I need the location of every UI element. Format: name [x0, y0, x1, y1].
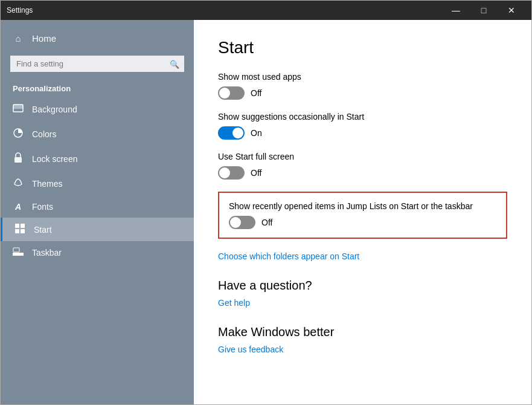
sidebar-item-taskbar[interactable]: Taskbar [1, 241, 194, 264]
most-used-apps-state: Off [251, 88, 261, 98]
colors-icon [13, 128, 24, 140]
sidebar-item-start[interactable]: Start [1, 218, 194, 241]
full-screen-label: Use Start full screen [218, 152, 507, 161]
suggestions-toggle[interactable] [218, 126, 245, 140]
suggestions-label: Show suggestions occasionally in Start [218, 112, 507, 122]
sidebar-item-lock-screen[interactable]: Lock screen [1, 146, 194, 171]
search-input[interactable] [10, 56, 184, 72]
titlebar: Settings — □ ✕ [1, 1, 531, 20]
svg-rect-7 [21, 229, 25, 233]
lock-icon [13, 152, 24, 165]
get-help-link[interactable]: Get help [218, 298, 250, 308]
sidebar-item-fonts[interactable]: A Fonts [1, 196, 194, 218]
start-icon [14, 224, 25, 235]
fonts-label: Fonts [32, 202, 53, 212]
svg-rect-4 [15, 224, 19, 228]
main-content: Start Show most used apps Off Show sugge… [194, 20, 531, 404]
sidebar-item-colors[interactable]: Colors [1, 122, 194, 146]
make-better-title: Make Windows better [218, 325, 507, 339]
titlebar-controls: — □ ✕ [442, 1, 525, 20]
search-box: 🔍 [10, 56, 184, 72]
search-icon: 🔍 [170, 59, 179, 68]
have-question-section: Have a question? Get help [218, 279, 507, 308]
taskbar-icon [13, 247, 24, 258]
start-label: Start [34, 225, 52, 235]
maximize-button[interactable]: □ [470, 1, 498, 20]
fonts-icon: A [13, 202, 24, 212]
background-icon [13, 103, 24, 115]
sidebar-item-themes[interactable]: Themes [1, 171, 194, 196]
close-button[interactable]: ✕ [498, 1, 525, 20]
setting-most-used-apps: Show most used apps Off [218, 72, 507, 100]
svg-rect-1 [13, 105, 23, 109]
setting-full-screen: Use Start full screen Off [218, 152, 507, 180]
jump-lists-toggle[interactable] [229, 216, 255, 229]
background-label: Background [32, 105, 77, 114]
home-nav-item[interactable]: ⌂ Home [1, 26, 194, 51]
toggle-thumb [219, 88, 230, 99]
titlebar-title: Settings [7, 6, 33, 15]
suggestions-state: On [251, 128, 262, 138]
setting-jump-lists-highlighted: Show recently opened items in Jump Lists… [218, 192, 507, 239]
toggle-thumb-fs [219, 167, 230, 178]
colors-label: Colors [32, 129, 56, 139]
most-used-apps-toggle[interactable] [218, 86, 245, 100]
feedback-link[interactable]: Give us feedback [218, 345, 283, 354]
lock-screen-label: Lock screen [32, 154, 77, 164]
sidebar: ⌂ Home 🔍 Personalization Background [1, 20, 194, 404]
svg-rect-8 [13, 253, 24, 256]
full-screen-toggle[interactable] [218, 166, 245, 180]
home-icon: ⌂ [13, 33, 24, 44]
folders-link[interactable]: Choose which folders appear on Start [218, 251, 359, 261]
taskbar-label: Taskbar [32, 248, 62, 258]
themes-label: Themes [32, 179, 63, 189]
sidebar-section-title: Personalization [1, 77, 194, 97]
have-question-title: Have a question? [218, 279, 507, 293]
jump-lists-state: Off [261, 218, 272, 227]
make-better-section: Make Windows better Give us feedback [218, 325, 507, 355]
svg-rect-9 [13, 248, 19, 252]
page-title: Start [218, 38, 507, 57]
svg-rect-5 [21, 224, 25, 228]
setting-suggestions: Show suggestions occasionally in Start O… [218, 112, 507, 140]
themes-icon [13, 177, 24, 190]
most-used-apps-label: Show most used apps [218, 72, 507, 82]
toggle-thumb-jl [230, 217, 241, 228]
svg-rect-6 [15, 229, 19, 233]
jump-lists-label: Show recently opened items in Jump Lists… [229, 201, 496, 211]
svg-rect-3 [14, 157, 22, 163]
home-label: Home [32, 33, 56, 44]
toggle-thumb-on [232, 128, 243, 138]
full-screen-state: Off [251, 168, 261, 178]
minimize-button[interactable]: — [442, 1, 470, 20]
sidebar-item-background[interactable]: Background [1, 97, 194, 122]
